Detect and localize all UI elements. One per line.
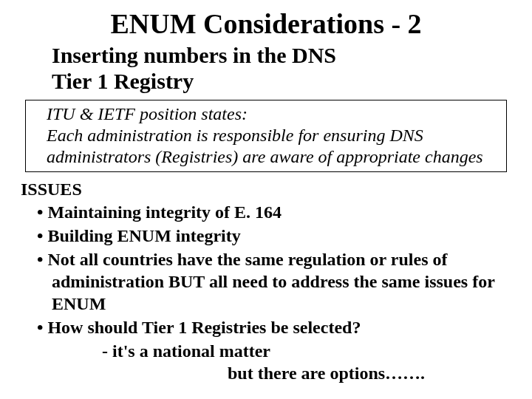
box-line-2: Each administration is responsible for e… [47, 126, 423, 145]
box-line-1: ITU & IETF position states: [47, 104, 248, 123]
issues-heading: ISSUES [21, 180, 511, 200]
sub-point-2: but there are options……. [228, 362, 511, 384]
subtitle-line-1: Inserting numbers in the DNS [52, 43, 336, 67]
list-item: How should Tier 1 Registries be selected… [37, 316, 511, 338]
slide-subtitle: Inserting numbers in the DNS Tier 1 Regi… [52, 43, 511, 94]
subtitle-line-2: Tier 1 Registry [52, 69, 194, 93]
list-item: Maintaining integrity of E. 164 [37, 201, 511, 223]
box-line-3: administrators (Registries) are aware of… [47, 147, 483, 166]
list-item: Not all countries have the same regulati… [37, 248, 511, 315]
issues-list: Maintaining integrity of E. 164 Building… [21, 201, 511, 338]
list-item: Building ENUM integrity [37, 225, 511, 247]
position-box: ITU & IETF position states: Each adminis… [25, 100, 507, 172]
sub-point-1: - it's a national matter [102, 340, 511, 362]
slide-title: ENUM Considerations - 2 [21, 7, 511, 40]
slide: ENUM Considerations - 2 Inserting number… [0, 0, 532, 384]
